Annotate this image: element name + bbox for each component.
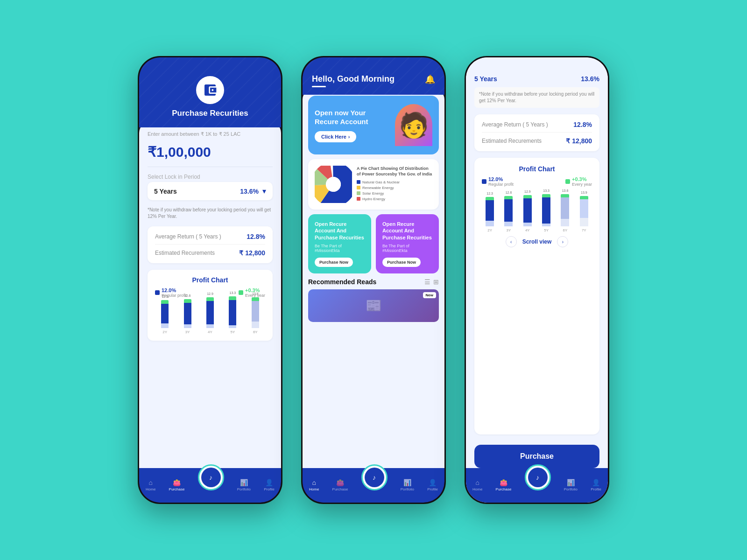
amount-input-label: Enter amount between ₹ 1K to ₹ 25 LAC <box>148 131 273 137</box>
nav-home-label-1: Home <box>146 487 155 491</box>
nav-center-2[interactable]: ♪ <box>361 464 388 490</box>
nav-profile-1[interactable]: 👤 Profile <box>264 479 275 491</box>
purchase-now-label-2: Purchase Now <box>387 260 416 265</box>
bar-chart-1: 12.3 2Y 12.6 <box>155 301 265 334</box>
nav-profile-2[interactable]: 👤 Profile <box>427 479 438 491</box>
hero-figure: 🧑 <box>395 104 432 146</box>
arrow-right-icon: › <box>348 134 350 140</box>
nav-portfolio-label-3: Portfolio <box>564 487 578 491</box>
pie-label-1: Natural Gas & Nuclear <box>362 180 400 184</box>
purchase-now-label-1: Purchase Now <box>319 260 348 265</box>
phone3-avg-return-row: Average Return ( 5 Years ) 12.8% <box>482 121 592 133</box>
pie-legend-item-1: Natural Gas & Nuclear <box>357 180 432 184</box>
nav-profile-3[interactable]: 👤 Profile <box>591 479 601 491</box>
est-return-value: ₹ 12,800 <box>239 249 265 257</box>
phone3-every-year-label: Every year <box>572 182 592 187</box>
pie-label-3: Solar Energy <box>362 191 384 196</box>
list-view-icon[interactable]: ☰ <box>424 278 430 286</box>
profit-chart: Profit Chart 12.0% Regular profit +0.3% <box>148 270 273 341</box>
pie-dot-2 <box>357 186 360 189</box>
pie-dot-4 <box>357 197 360 201</box>
lock-period-value: 5 Years <box>154 188 177 195</box>
phone3-profit-legend: 12.0% Regular profit +0.3% Every year <box>482 176 592 187</box>
promo-card-1: Open Recure Account And Purchase Recurit… <box>308 214 371 273</box>
nav-profile-label-3: Profile <box>591 487 601 491</box>
phone3-avg-return-value: 12.8% <box>573 121 592 128</box>
avg-return-row: Average Return ( 5 Years ) 12.8% <box>155 233 265 245</box>
pie-legend-item-4: Hydro Energy <box>357 197 432 201</box>
nav-center-1[interactable]: ♪ <box>198 464 224 490</box>
purchase-icon-3: 👛 <box>500 479 507 486</box>
phone2-header: Hello, Good Morning 🔔 <box>303 57 444 95</box>
promo-card-1-subtitle: Be The Part of #MissionEkta <box>315 244 365 253</box>
purchase-icon-2: 👛 <box>336 479 344 486</box>
nav-home-2[interactable]: ⌂ Home <box>309 479 319 491</box>
avg-return-label: Average Return ( 5 Years ) <box>155 233 221 240</box>
pie-dot-1 <box>357 180 360 184</box>
bar-6y: 13.6 6Y <box>246 292 265 334</box>
nav-purchase-label-1: Purchase <box>169 487 185 491</box>
bar-3y: 12.6 3Y <box>177 294 197 334</box>
stats-card: Average Return ( 5 Years ) 12.8% Estimat… <box>148 226 273 263</box>
home-icon-2: ⌂ <box>312 479 316 486</box>
phone3-every-year-dot <box>565 179 570 184</box>
logo-icon-1: ♪ <box>209 474 212 481</box>
phone3-stats-card: Average Return ( 5 Years ) 12.8% Estimat… <box>474 114 599 151</box>
nav-profile-label-2: Profile <box>427 487 438 491</box>
phone2-body: Open now YourRecure Account Click Here ›… <box>303 90 444 468</box>
phone3-regular-profit: 12.0% Regular profit <box>482 176 514 187</box>
phone-3: 5 Years 13.6% *Note if you withdraw befo… <box>465 56 609 504</box>
promo-card-2: Open Recure Account And Purchase Recurit… <box>376 214 439 273</box>
profile-icon-1: 👤 <box>265 479 273 486</box>
phone3-avg-return-label: Average Return ( 5 Years ) <box>482 121 548 128</box>
phone3-est-value: ₹ 12,800 <box>566 137 592 145</box>
reads-header: Recommended Reads ☰ ⊞ <box>308 278 439 286</box>
profit-chart-title: Profit Chart <box>155 276 265 284</box>
nav-purchase-label-2: Purchase <box>332 487 348 491</box>
purchase-now-button-2[interactable]: Purchase Now <box>382 258 421 267</box>
bar3-4y: 12.9 4Y <box>520 190 536 232</box>
regular-profit-value: 12.0% <box>162 287 187 293</box>
lock-rate-value: 13.6% <box>240 188 259 195</box>
nav-home-3[interactable]: ⌂ Home <box>472 479 482 491</box>
nav-portfolio-2[interactable]: 📊 Portfolio <box>401 479 414 491</box>
new-badge: New <box>423 292 436 298</box>
click-here-button[interactable]: Click Here › <box>315 131 356 142</box>
scroll-right-button[interactable]: › <box>557 236 568 247</box>
nav-purchase-3[interactable]: 👛 Purchase <box>496 479 512 491</box>
lock-period-label: Select Lock in Period <box>148 174 273 180</box>
bar3-6y: 13.6 6Y <box>557 189 573 232</box>
portfolio-icon-3: 📊 <box>567 479 575 486</box>
nav-purchase-2[interactable]: 👛 Purchase <box>332 479 348 491</box>
nav-home-1[interactable]: ⌂ Home <box>146 479 155 491</box>
bar3-7y: 13.9 7Y <box>576 191 592 232</box>
bell-icon[interactable]: 🔔 <box>425 74 435 84</box>
amount-value: ₹1,00,000 <box>148 144 273 160</box>
scroll-nav: ‹ Scroll view › <box>482 236 592 247</box>
pie-legend-item-3: Solar Energy <box>357 191 432 196</box>
nav-portfolio-1[interactable]: 📊 Portfolio <box>237 479 251 491</box>
bar3-2y: 12.3 2Y <box>482 192 498 232</box>
bar-2y: 12.3 2Y <box>155 295 175 334</box>
hero-banner: Open now YourRecure Account Click Here ›… <box>308 96 439 154</box>
portfolio-icon-2: 📊 <box>403 479 411 486</box>
reads-view-icons[interactable]: ☰ ⊞ <box>424 278 439 286</box>
purchase-now-button-1[interactable]: Purchase Now <box>315 258 353 267</box>
nav-portfolio-3[interactable]: 📊 Portfolio <box>564 479 578 491</box>
phone3-regular-dot <box>482 179 486 184</box>
promo-card-2-title: Open Recure Account And Purchase Recurit… <box>382 221 432 241</box>
grid-view-icon[interactable]: ⊞ <box>433 278 439 286</box>
regular-profit-dot <box>155 290 160 295</box>
nav-profile-label-1: Profile <box>264 487 275 491</box>
phone3-regular-label: Regular profit <box>488 182 514 187</box>
nav-center-3[interactable]: ♪ <box>525 464 551 490</box>
reads-image: New 📰 <box>308 289 439 322</box>
lock-period-select[interactable]: 5 Years 13.6% ▾ <box>148 182 273 200</box>
scroll-left-button[interactable]: ‹ <box>506 236 517 247</box>
phone1-header: Purchase Recurities <box>139 57 281 127</box>
home-icon-1: ⌂ <box>149 479 153 486</box>
hero-title: Open now YourRecure Account <box>315 108 368 126</box>
nav-purchase-1[interactable]: 👛 Purchase <box>169 479 185 491</box>
phone3-regular-value: 12.0% <box>488 176 514 182</box>
promo-card-1-title: Open Recure Account And Purchase Recurit… <box>315 221 365 241</box>
